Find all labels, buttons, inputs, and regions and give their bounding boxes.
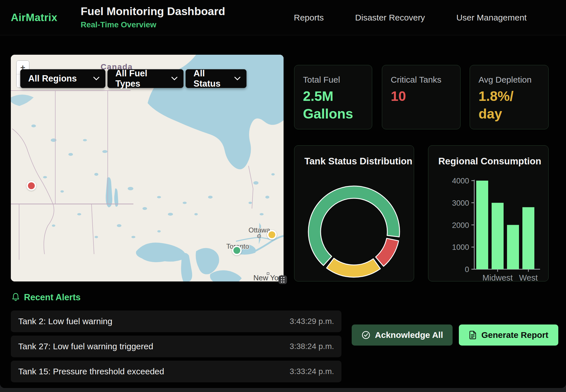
alert-list-item[interactable]: Tank 27: Low fuel warning triggered 3:38… [11,336,341,357]
top-bar: AirMatrix Fuel Monitoring Dashboard Real… [0,0,566,35]
stat-value: 2.5M Gallons [303,87,363,123]
stat-card-total-fuel: Total Fuel 2.5M Gallons [294,65,372,129]
alert-message: Tank 2: Low fuel warning [18,317,112,326]
main-nav: Reports Disaster Recovery User Managemen… [294,0,527,35]
bar [522,207,534,269]
bell-icon [11,292,20,302]
regional-consumption-card: Regional Consumption 01000200030004000Mi… [428,145,549,281]
circle-check-icon [361,330,370,340]
chevron-down-icon [93,77,99,81]
status-filter-select[interactable]: All Status [186,69,247,88]
status-filter-value: All Status [194,68,231,89]
acknowledge-all-button[interactable]: Acknowledge All [352,324,453,346]
y-tick-label: 2000 [452,221,469,230]
x-category-label: West [519,273,538,281]
drag-handle[interactable] [278,275,287,284]
generate-report-button[interactable]: Generate Report [459,324,558,346]
alert-time: 3:43:29 p.m. [290,317,334,326]
x-category-label: Midwest [482,273,513,281]
stat-value: 1.8%/ day [479,87,540,123]
bar [492,203,504,269]
stat-label: Total Fuel [303,75,363,85]
donut-segment-critical [376,238,399,266]
nav-item-disaster-recovery[interactable]: Disaster Recovery [355,13,425,23]
y-tick-label: 0 [465,265,469,274]
nav-item-user-management[interactable]: User Management [456,13,527,23]
stat-card-critical-tanks: Critical Tanks 10 [382,65,461,129]
region-filter-value: All Regions [28,74,77,84]
dashboard-app: AirMatrix Fuel Monitoring Dashboard Real… [0,0,566,388]
alert-time: 3:33:24 p.m. [290,367,334,376]
bar [476,181,488,269]
tank-status-donut-chart [294,146,414,281]
chevron-down-icon [234,77,241,81]
title-block: Fuel Monitoring Dashboard Real-Time Over… [81,5,225,29]
map-marker-critical[interactable] [27,181,36,191]
map-marker-warning[interactable] [267,230,277,240]
tank-status-card: Tank Status Distribution [294,145,414,281]
map-filter-bar: All Regions All Fuel Types All Status [20,69,247,88]
alert-message: Tank 27: Low fuel warning triggered [18,342,153,351]
alert-time: 3:38:24 p.m. [290,342,334,351]
alert-message: Tank 15: Pressure threshold exceeded [18,367,164,376]
stat-card-avg-depletion: Avg Depletion 1.8%/ day [470,65,549,129]
fuel-type-filter-select[interactable]: All Fuel Types [107,69,184,88]
page-subtitle: Real-Time Overview [81,20,225,29]
stat-label: Avg Depletion [479,75,540,85]
stat-value: 10 [391,87,452,105]
regional-consumption-bar-chart: 01000200030004000MidwestWest [428,146,549,281]
y-tick-label: 3000 [452,199,469,207]
bar [507,225,519,270]
alert-list-item[interactable]: Tank 15: Pressure threshold exceeded 3:3… [11,361,341,382]
stat-label: Critical Tanks [391,75,452,85]
fuel-type-filter-value: All Fuel Types [115,68,168,89]
alert-list-item[interactable]: Tank 2: Low fuel warning 3:43:29 p.m. [11,311,341,332]
region-filter-select[interactable]: All Regions [20,69,105,88]
fuel-map[interactable]: Canada Ottawa Toronto New York + − All R… [11,55,284,281]
app-logo: AirMatrix [11,12,57,24]
alerts-section-title: Recent Alerts [24,292,81,303]
y-tick-label: 4000 [452,177,469,185]
donut-segment-warning [327,258,380,277]
map-marker-normal[interactable] [232,246,242,255]
chevron-down-icon [171,77,178,81]
report-file-icon [469,330,477,340]
grip-dots-icon [280,276,286,283]
page-title: Fuel Monitoring Dashboard [81,5,225,18]
y-tick-label: 1000 [452,243,469,252]
nav-item-reports[interactable]: Reports [294,13,324,23]
